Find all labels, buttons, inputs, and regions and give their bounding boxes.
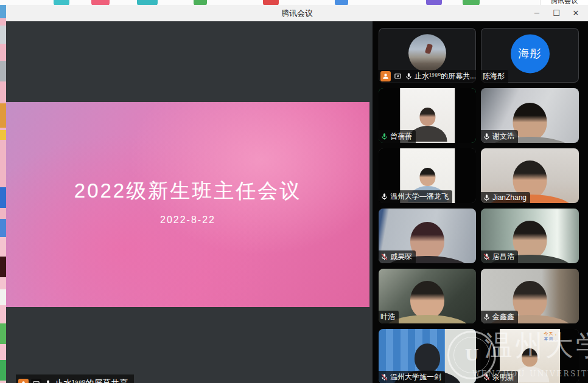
mic-icon	[483, 253, 491, 261]
participant-sidebar: 止水¹⁹⁸⁰的屏幕共... 海彤 陈海彤	[373, 21, 588, 383]
mic-icon	[380, 253, 388, 261]
desktop-icon-fragment	[0, 323, 6, 344]
desktop-icon-fragment	[0, 61, 6, 81]
presenter-share-bar: 止水¹⁹⁸⁰的屏幕共享	[16, 374, 134, 383]
titlebar: 腾讯会议 ─ ☐ ✕	[6, 5, 588, 22]
taskbar-icon-fragment	[91, 0, 110, 5]
participant-name: 金鑫鑫	[492, 312, 514, 322]
presentation-slide: 2022级新生班主任会议 2022-8-22	[6, 102, 369, 307]
desktop-icon-fragment	[0, 187, 6, 208]
taskbar-icon-fragment	[54, 0, 69, 5]
participant-name: 戚昊琛	[390, 252, 412, 262]
participant-name: JianZhang	[492, 193, 527, 202]
participant-label: 温州大学施一剑	[379, 371, 445, 383]
participant-tile[interactable]: 温州大学施一剑	[379, 329, 476, 383]
participant-label: 叶浩	[379, 311, 399, 323]
participant-name: 余明新	[492, 372, 514, 382]
participant-name: 止水¹⁹⁸⁰的屏幕共...	[415, 71, 476, 81]
background-window-title-text: 腾讯会议	[541, 0, 588, 5]
host-badge-icon	[380, 71, 391, 81]
participant-name: 谢文浩	[492, 131, 514, 142]
participant-tile[interactable]: 居昌浩	[481, 209, 579, 263]
desktop-icon-fragment	[0, 289, 6, 305]
presenter-share-label: 止水¹⁹⁸⁰的屏幕共享	[55, 378, 128, 383]
screen-share-icon	[393, 71, 403, 81]
avatar	[408, 34, 446, 72]
participant-label: 金鑫鑫	[481, 311, 518, 323]
taskbar-icon-fragment	[426, 0, 442, 5]
participant-label: JianZhang	[481, 192, 530, 203]
participant-tile[interactable]: 谢文浩	[481, 88, 579, 143]
desktop-icon-fragment	[0, 103, 6, 128]
avatar-figure	[424, 43, 433, 54]
participant-label: 止水¹⁹⁸⁰的屏幕共...	[379, 70, 476, 83]
participant-label: 温州大学—潘龙飞	[379, 190, 452, 203]
desktop-top-edge	[0, 0, 588, 5]
participant-name: 陈海彤	[483, 71, 505, 81]
participant-name: 居昌浩	[492, 252, 514, 262]
taskbar-icon-fragment	[194, 0, 207, 5]
mic-icon	[380, 133, 388, 140]
maximize-button[interactable]: ☐	[547, 5, 566, 21]
participant-tile[interactable]: 海彤 陈海彤	[481, 28, 579, 83]
window-title: 腾讯会议	[6, 5, 588, 21]
participant-tile[interactable]: 金鑫鑫	[481, 269, 579, 323]
avatar: 海彤	[511, 34, 550, 73]
mic-icon	[483, 313, 491, 321]
participant-label: 曾蓓蓓	[379, 130, 416, 143]
mic-icon	[483, 194, 491, 202]
mic-icon	[405, 72, 413, 80]
participant-label: 陈海彤	[481, 70, 508, 83]
taskbar-icon-fragment	[463, 0, 480, 5]
taskbar-icon-fragment	[335, 0, 348, 5]
taskbar-icon-fragment	[137, 0, 158, 5]
slide-title: 2022级新生班主任会议	[74, 178, 301, 205]
host-badge-icon	[18, 379, 29, 383]
participant-label: 戚昊琛	[379, 250, 416, 263]
participant-label: 谢文浩	[481, 130, 518, 143]
participant-name: 叶浩	[380, 312, 395, 322]
mic-icon	[380, 193, 388, 201]
participant-tile[interactable]: 今天，本周， 余明新	[481, 329, 579, 383]
desktop-icon-fragment	[0, 130, 6, 140]
desktop-left-edge	[0, 5, 6, 383]
mic-icon	[44, 379, 52, 383]
shared-screen-area[interactable]: 2022级新生班主任会议 2022-8-22	[6, 21, 373, 383]
mic-icon	[380, 373, 388, 381]
background-window-title: 腾讯会议	[540, 0, 588, 5]
video-overlay-text: 今天，本周，	[544, 331, 558, 342]
desktop-icon-fragment	[0, 219, 6, 237]
window-controls: ─ ☐ ✕	[527, 5, 586, 21]
participant-label: 余明新	[481, 371, 518, 383]
desktop-icon-fragment	[0, 257, 6, 277]
participant-tile[interactable]: 叶浩	[379, 269, 476, 323]
taskbar-icon-fragment	[263, 0, 279, 5]
slide-date: 2022-8-22	[160, 215, 215, 226]
participant-name: 曾蓓蓓	[390, 131, 412, 142]
mic-icon	[483, 133, 491, 140]
screen-share-icon	[31, 379, 41, 383]
participant-tile[interactable]: JianZhang	[481, 148, 579, 203]
mic-icon	[483, 373, 491, 381]
minimize-button[interactable]: ─	[527, 5, 547, 21]
background-panel	[445, 329, 476, 383]
participant-name: 温州大学—潘龙飞	[390, 191, 449, 202]
participant-name: 温州大学施一剑	[390, 372, 441, 382]
desktop-icon-fragment	[0, 360, 6, 381]
participant-label: 居昌浩	[481, 250, 518, 263]
participant-tile[interactable]: 曾蓓蓓	[379, 88, 476, 143]
desktop-icon-fragment	[0, 26, 6, 44]
close-button[interactable]: ✕	[566, 5, 586, 21]
participant-tile[interactable]: 温州大学—潘龙飞	[379, 148, 476, 203]
participant-tile[interactable]: 止水¹⁹⁸⁰的屏幕共...	[379, 28, 476, 83]
participant-tile[interactable]: 戚昊琛	[379, 209, 476, 263]
